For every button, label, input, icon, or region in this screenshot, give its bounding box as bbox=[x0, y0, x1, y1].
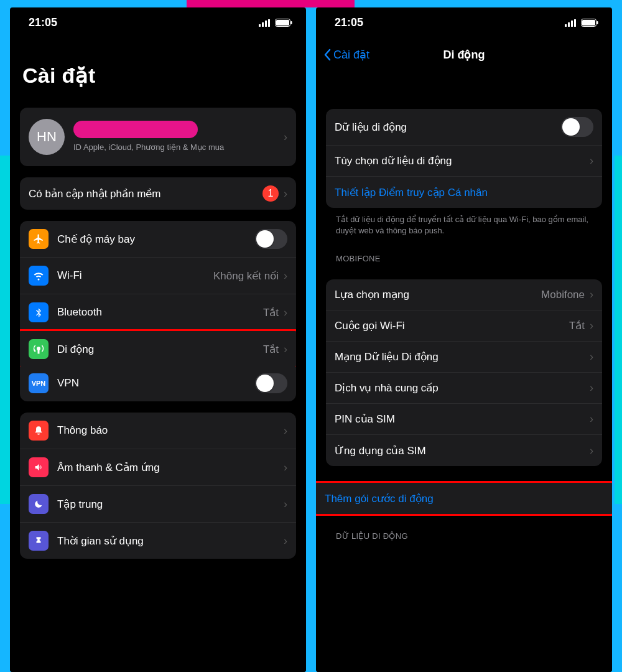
notifications-row[interactable]: Thông báo › bbox=[20, 413, 296, 449]
status-bar: 21:05 bbox=[10, 7, 306, 34]
update-label: Có bản cập nhật phần mềm bbox=[29, 187, 262, 200]
sounds-row[interactable]: Âm thanh & Cảm ứng › bbox=[20, 449, 296, 486]
bluetooth-icon bbox=[29, 302, 49, 322]
svg-rect-12 bbox=[582, 20, 595, 26]
svg-rect-13 bbox=[597, 21, 598, 24]
chevron-right-icon: › bbox=[590, 319, 593, 332]
add-plan-label: Thêm gói cước di động bbox=[325, 492, 603, 505]
svg-rect-6 bbox=[291, 21, 292, 24]
bg-accent-right bbox=[615, 156, 622, 504]
svg-rect-0 bbox=[259, 24, 261, 27]
wifi-row[interactable]: Wi-Fi Không kết nối › bbox=[20, 258, 296, 294]
general-section: Thông báo › Âm thanh & Cảm ứng › Tập tru… bbox=[20, 413, 296, 559]
sim-apps-label: Ứng dụng của SIM bbox=[335, 444, 588, 457]
status-time: 21:05 bbox=[335, 16, 363, 29]
wifi-icon bbox=[29, 266, 49, 286]
signal-icon bbox=[259, 19, 271, 27]
bell-icon bbox=[29, 421, 49, 441]
wifi-value: Không kết nối bbox=[213, 269, 279, 282]
page-title: Di động bbox=[443, 48, 485, 62]
add-plan-row[interactable]: Thêm gói cước di động bbox=[316, 483, 612, 514]
airplane-row[interactable]: Chế độ máy bay bbox=[20, 221, 296, 258]
sim-pin-label: PIN của SIM bbox=[335, 413, 588, 426]
wifi-calling-row[interactable]: Cuộc gọi Wi-Fi Tắt › bbox=[326, 310, 602, 342]
phone-right-cellular: 21:05 Cài đặt Di động Dữ liệu di động Tù… bbox=[316, 7, 612, 672]
chevron-right-icon: › bbox=[284, 534, 287, 548]
bottom-fade bbox=[10, 663, 306, 672]
focus-row[interactable]: Tập trung › bbox=[20, 486, 296, 523]
chevron-right-icon: › bbox=[284, 131, 287, 144]
cellular-data-section: Dữ liệu di động Tùy chọn dữ liệu di động… bbox=[326, 109, 602, 208]
data-usage-header: DỮ LIỆU DI ĐỘNG bbox=[316, 514, 612, 546]
cellular-data-label: Dữ liệu di động bbox=[335, 121, 561, 134]
speaker-icon bbox=[29, 457, 49, 477]
update-badge: 1 bbox=[262, 185, 279, 202]
chevron-right-icon: › bbox=[590, 288, 593, 301]
screentime-label: Thời gian sử dụng bbox=[57, 534, 282, 548]
hotspot-row[interactable]: Thiết lập Điểm truy cập Cá nhân bbox=[326, 177, 602, 208]
sim-pin-row[interactable]: PIN của SIM › bbox=[326, 404, 602, 435]
account-row[interactable]: HN ID Apple, iCloud, Phương tiện & Mục m… bbox=[20, 108, 296, 166]
signal-icon bbox=[565, 19, 577, 27]
carrier-section: Lựa chọn mạng Mobifone › Cuộc gọi Wi-Fi … bbox=[326, 279, 602, 466]
chevron-right-icon: › bbox=[284, 424, 287, 437]
cellular-row[interactable]: Di động Tắt › bbox=[20, 329, 296, 367]
account-text: ID Apple, iCloud, Phương tiện & Mục mua bbox=[73, 121, 282, 153]
nav-bar: Cài đặt Di động bbox=[316, 38, 612, 72]
svg-rect-9 bbox=[571, 21, 573, 27]
bluetooth-label: Bluetooth bbox=[57, 306, 263, 319]
chevron-left-icon bbox=[323, 49, 331, 61]
cellular-network-row[interactable]: Mạng Dữ liệu Di động › bbox=[326, 342, 602, 373]
moon-icon bbox=[29, 494, 49, 514]
sim-apps-row[interactable]: Ứng dụng của SIM › bbox=[326, 435, 602, 466]
vpn-toggle[interactable] bbox=[255, 373, 287, 393]
status-icons bbox=[565, 19, 598, 27]
network-selection-row[interactable]: Lựa chọn mạng Mobifone › bbox=[326, 279, 602, 310]
bottom-fade bbox=[316, 663, 612, 672]
chevron-right-icon: › bbox=[284, 343, 287, 356]
back-label: Cài đặt bbox=[333, 48, 369, 62]
focus-label: Tập trung bbox=[57, 498, 282, 511]
wifi-calling-label: Cuộc gọi Wi-Fi bbox=[335, 319, 569, 332]
svg-rect-3 bbox=[268, 19, 270, 27]
svg-rect-5 bbox=[276, 20, 289, 26]
airplane-toggle[interactable] bbox=[255, 229, 287, 249]
chevron-right-icon: › bbox=[590, 381, 593, 394]
phone-left-settings: 21:05 Cài đặt HN ID Apple, iCloud, Phươn… bbox=[10, 7, 306, 672]
battery-icon bbox=[581, 19, 598, 27]
back-button[interactable]: Cài đặt bbox=[323, 48, 369, 62]
carrier-services-row[interactable]: Dịch vụ nhà cung cấp › bbox=[326, 373, 602, 404]
cellular-data-row[interactable]: Dữ liệu di động bbox=[326, 109, 602, 146]
software-update-row[interactable]: Có bản cập nhật phần mềm 1 › bbox=[20, 177, 296, 210]
cellular-icon bbox=[29, 339, 49, 359]
chevron-right-icon: › bbox=[284, 461, 287, 474]
chevron-right-icon: › bbox=[590, 444, 593, 457]
cellular-network-label: Mạng Dữ liệu Di động bbox=[335, 350, 588, 363]
bluetooth-value: Tắt bbox=[263, 306, 279, 319]
airplane-label: Chế độ máy bay bbox=[57, 233, 255, 246]
cellular-footer-note: Tắt dữ liệu di động để truyền tất cả dữ … bbox=[316, 208, 612, 236]
vpn-row[interactable]: VPN VPN bbox=[20, 365, 296, 401]
connectivity-section: Chế độ máy bay Wi-Fi Không kết nối › Blu… bbox=[20, 221, 296, 401]
account-section: HN ID Apple, iCloud, Phương tiện & Mục m… bbox=[20, 108, 296, 166]
svg-rect-1 bbox=[262, 22, 264, 27]
avatar: HN bbox=[29, 119, 65, 155]
wifi-label: Wi-Fi bbox=[57, 269, 213, 282]
carrier-header: MOBIFONE bbox=[316, 236, 612, 268]
page-title: Cài đặt bbox=[10, 34, 306, 96]
bluetooth-row[interactable]: Bluetooth Tắt › bbox=[20, 294, 296, 331]
cellular-data-toggle[interactable] bbox=[561, 117, 593, 137]
vpn-icon: VPN bbox=[29, 373, 49, 393]
chevron-right-icon: › bbox=[284, 498, 287, 511]
cellular-options-row[interactable]: Tùy chọn dữ liệu di động › bbox=[326, 146, 602, 177]
software-update-section: Có bản cập nhật phần mềm 1 › bbox=[20, 177, 296, 210]
screentime-row[interactable]: Thời gian sử dụng › bbox=[20, 523, 296, 559]
carrier-services-label: Dịch vụ nhà cung cấp bbox=[335, 381, 588, 394]
cellular-label: Di động bbox=[57, 343, 263, 356]
hourglass-icon bbox=[29, 531, 49, 551]
status-icons bbox=[259, 19, 292, 27]
chevron-right-icon: › bbox=[590, 154, 593, 167]
cellular-value: Tắt bbox=[263, 343, 279, 356]
svg-rect-2 bbox=[265, 21, 267, 27]
svg-rect-10 bbox=[574, 19, 576, 27]
